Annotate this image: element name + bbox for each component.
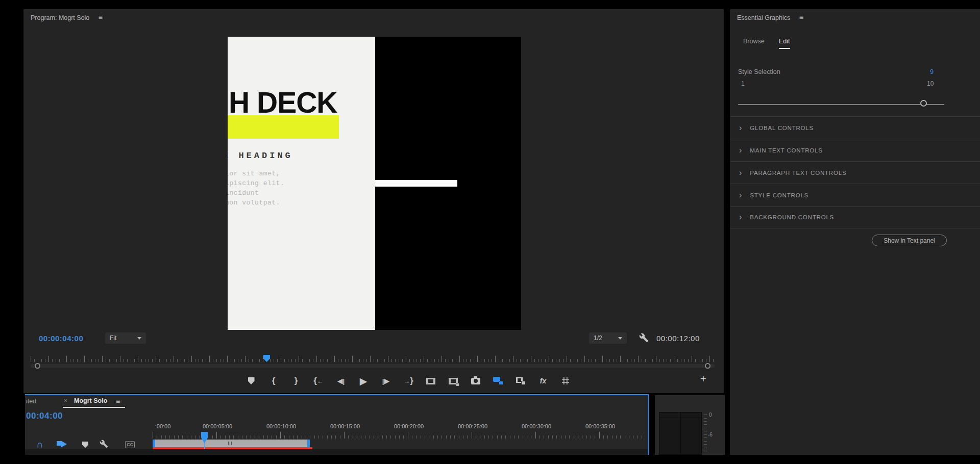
timeline-panel: ited × Mogrt Solo ≡ 00:04:00 ∩ CC :00:00… bbox=[25, 394, 649, 455]
scrollbar-right-handle[interactable] bbox=[705, 363, 710, 369]
settings-wrench-icon[interactable] bbox=[639, 333, 649, 343]
comparison-view-button[interactable] bbox=[493, 375, 503, 386]
camera-icon bbox=[471, 378, 480, 384]
chevron-right-icon: › bbox=[739, 213, 742, 221]
panel-menu-icon[interactable]: ≡ bbox=[799, 13, 803, 21]
section-global-controls[interactable]: › GLOBAL CONTROLS bbox=[730, 116, 980, 139]
section-style-controls[interactable]: › STYLE CONTROLS bbox=[730, 184, 980, 206]
chevron-down-icon bbox=[618, 337, 622, 340]
preview-subheading: H HEADING bbox=[228, 151, 293, 161]
current-timecode[interactable]: 00:00:04:00 bbox=[39, 334, 83, 343]
timeline-settings-wrench-icon[interactable] bbox=[100, 440, 108, 448]
marker-icon bbox=[82, 442, 88, 448]
program-scrubber-ruler[interactable] bbox=[31, 354, 715, 362]
slider-min-label: 1 bbox=[741, 80, 745, 87]
marker-icon bbox=[248, 377, 255, 384]
section-background-controls[interactable]: › BACKGROUND CONTROLS bbox=[730, 206, 980, 228]
global-fx-mute-button[interactable]: fx bbox=[538, 375, 548, 386]
chevron-down-icon bbox=[137, 337, 141, 340]
ruler-label: 00:00:05:00 bbox=[203, 423, 232, 429]
program-scrollbar[interactable] bbox=[31, 364, 715, 368]
ruler-label: 00:00:25:00 bbox=[458, 423, 487, 429]
extract-button[interactable] bbox=[448, 375, 458, 386]
preview-headline: H DECK bbox=[229, 86, 337, 119]
captions-button[interactable]: CC bbox=[125, 439, 135, 450]
timeline-timecode[interactable]: 00:04:00 bbox=[26, 411, 63, 421]
slider-knob[interactable] bbox=[920, 100, 927, 107]
style-selection-value[interactable]: 9 bbox=[930, 68, 934, 75]
style-selection-slider[interactable] bbox=[738, 104, 944, 105]
chevron-right-icon: › bbox=[739, 146, 742, 154]
add-marker-button[interactable] bbox=[246, 375, 256, 386]
program-panel-title: Program: Mogrt Solo bbox=[31, 14, 89, 21]
work-area-left-handle[interactable] bbox=[153, 440, 155, 447]
ruler-label: 00:00:35:00 bbox=[585, 423, 615, 429]
audio-meter-bars bbox=[659, 412, 702, 455]
lift-button[interactable] bbox=[426, 375, 436, 386]
tab-browse[interactable]: Browse bbox=[743, 38, 765, 48]
snap-magnet-icon[interactable]: ∩ bbox=[36, 439, 43, 450]
safe-margins-button[interactable] bbox=[560, 375, 571, 386]
active-tab-underline bbox=[63, 407, 125, 408]
ruler-label: 00:00:10:00 bbox=[266, 423, 296, 429]
tab-edit[interactable]: Edit bbox=[779, 38, 790, 49]
go-to-out-button[interactable]: →} bbox=[403, 375, 413, 386]
close-icon[interactable]: × bbox=[64, 397, 67, 404]
panel-menu-icon[interactable]: ≡ bbox=[99, 13, 103, 21]
eg-panel-header: Essential Graphics ≡ bbox=[737, 13, 803, 21]
ruler-label: 00:00:30:00 bbox=[522, 423, 551, 429]
zoom-level-select[interactable]: Fit bbox=[105, 332, 146, 344]
panel-menu-icon[interactable]: ≡ bbox=[116, 397, 120, 405]
work-area-bar[interactable] bbox=[153, 440, 310, 447]
play-button[interactable]: ▶ bbox=[358, 375, 369, 386]
extract-icon bbox=[449, 378, 458, 384]
ruler-label: 00:00:15:00 bbox=[330, 423, 360, 429]
eg-panel-title: Essential Graphics bbox=[737, 14, 790, 21]
preview-slide-right bbox=[375, 37, 521, 330]
tab-mogrt-solo[interactable]: Mogrt Solo bbox=[74, 397, 107, 404]
timeline-ruler[interactable] bbox=[153, 432, 643, 439]
video-preview: H DECK H HEADING lor sit amet,ipiscing e… bbox=[228, 37, 521, 330]
program-monitor-panel: Program: Mogrt Solo ≡ H DECK H HEADING l… bbox=[23, 9, 724, 393]
go-to-in-button[interactable]: {← bbox=[313, 375, 324, 386]
meter-scale-label: -6 bbox=[708, 432, 713, 437]
chevron-right-icon: › bbox=[739, 124, 742, 132]
work-area-grip[interactable] bbox=[228, 442, 232, 445]
style-selection-label: Style Selection bbox=[738, 68, 780, 75]
ruler-major-ticks bbox=[31, 356, 715, 362]
ruler-label: 00:00:20:00 bbox=[394, 423, 424, 429]
program-panel-header: Program: Mogrt Solo ≡ bbox=[31, 13, 103, 21]
work-area-right-handle[interactable] bbox=[307, 440, 310, 447]
transport-controls: { } {← ◀| ▶ |▶ →} fx bbox=[246, 374, 571, 388]
chevron-right-icon: › bbox=[739, 169, 742, 177]
show-in-text-panel-button[interactable]: Show in Text panel bbox=[872, 235, 947, 246]
scrollbar-left-handle[interactable] bbox=[35, 363, 40, 369]
multi-camera-button[interactable] bbox=[516, 375, 526, 386]
comparison-view-icon bbox=[493, 377, 503, 385]
essential-graphics-panel: Essential Graphics ≡ Browse Edit Style S… bbox=[730, 9, 980, 455]
export-frame-button[interactable] bbox=[471, 375, 481, 386]
audio-meters-panel: 0 -6 bbox=[655, 395, 725, 455]
linked-selection-icon[interactable] bbox=[57, 439, 68, 450]
meter-divider bbox=[680, 413, 681, 454]
slider-max-label: 10 bbox=[927, 80, 934, 87]
ruler-major-ticks bbox=[153, 432, 643, 439]
add-marker-button[interactable] bbox=[82, 439, 88, 450]
section-main-text-controls[interactable]: › MAIN TEXT CONTROLS bbox=[730, 139, 980, 161]
multi-camera-icon bbox=[516, 377, 526, 385]
preview-slide-left: H DECK H HEADING lor sit amet,ipiscing e… bbox=[228, 37, 375, 330]
premiere-workspace: Program: Mogrt Solo ≡ H DECK H HEADING l… bbox=[0, 0, 980, 464]
meter-scale-ticks bbox=[704, 415, 707, 451]
playback-resolution-select[interactable]: 1/2 bbox=[589, 332, 627, 344]
step-back-button[interactable]: ◀| bbox=[336, 375, 346, 386]
step-forward-button[interactable]: |▶ bbox=[381, 375, 391, 386]
mark-in-button[interactable]: { bbox=[268, 375, 279, 386]
meter-scale-label: 0 bbox=[709, 412, 712, 418]
tab-partial-sequence[interactable]: ited bbox=[26, 398, 36, 405]
grid-icon bbox=[562, 377, 569, 384]
mark-out-button[interactable]: } bbox=[291, 375, 301, 386]
lift-icon bbox=[426, 378, 435, 384]
button-editor-add-button[interactable]: + bbox=[700, 373, 706, 385]
timeline-lower-track-area bbox=[25, 449, 648, 455]
section-paragraph-text-controls[interactable]: › PARAGRAPH TEXT CONTROLS bbox=[730, 161, 980, 184]
